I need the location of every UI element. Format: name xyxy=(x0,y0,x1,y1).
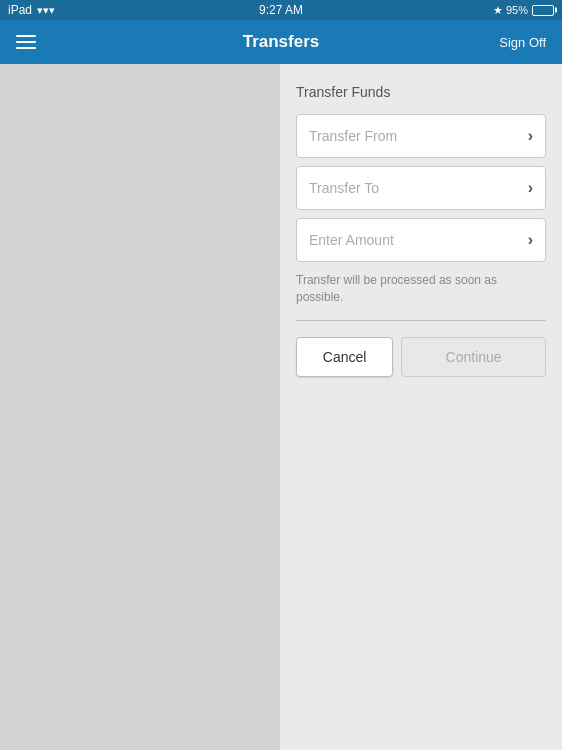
info-text: Transfer will be processed as soon as po… xyxy=(296,272,546,306)
bluetooth-icon: ★ 95% xyxy=(493,4,528,17)
device-label: iPad xyxy=(8,3,32,17)
transfer-from-chevron: › xyxy=(528,127,533,145)
status-bar-left: iPad ▾▾▾ xyxy=(8,3,55,17)
menu-button[interactable] xyxy=(12,31,40,53)
status-time: 9:27 AM xyxy=(259,3,303,17)
divider xyxy=(296,320,546,321)
wifi-icon: ▾▾▾ xyxy=(37,4,55,17)
main-layout: Transfer Funds Transfer From › Transfer … xyxy=(0,64,562,750)
hamburger-icon xyxy=(16,41,36,43)
page-title: Transfers xyxy=(243,32,320,52)
section-title: Transfer Funds xyxy=(296,84,546,100)
sign-off-button[interactable]: Sign Off xyxy=(493,31,552,54)
status-bar: iPad ▾▾▾ 9:27 AM ★ 95% xyxy=(0,0,562,20)
cancel-button[interactable]: Cancel xyxy=(296,337,393,377)
enter-amount-label: Enter Amount xyxy=(309,232,394,248)
hamburger-icon xyxy=(16,47,36,49)
enter-amount-chevron: › xyxy=(528,231,533,249)
status-bar-right: ★ 95% xyxy=(493,4,554,17)
continue-button[interactable]: Continue xyxy=(401,337,546,377)
transfer-from-field[interactable]: Transfer From › xyxy=(296,114,546,158)
app-header: Transfers Sign Off xyxy=(0,20,562,64)
transfer-to-chevron: › xyxy=(528,179,533,197)
hamburger-icon xyxy=(16,35,36,37)
transfer-to-field[interactable]: Transfer To › xyxy=(296,166,546,210)
transfer-from-label: Transfer From xyxy=(309,128,397,144)
right-panel: Transfer Funds Transfer From › Transfer … xyxy=(280,64,562,750)
button-row: Cancel Continue xyxy=(296,337,546,377)
battery-icon xyxy=(532,5,554,16)
enter-amount-field[interactable]: Enter Amount › xyxy=(296,218,546,262)
left-panel xyxy=(0,64,280,750)
transfer-to-label: Transfer To xyxy=(309,180,379,196)
